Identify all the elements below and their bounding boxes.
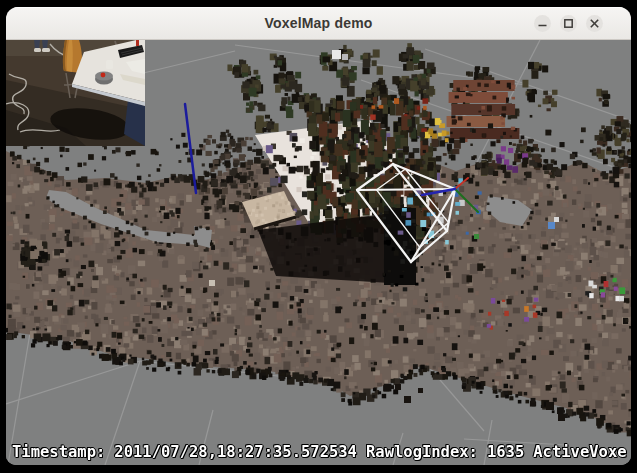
app-window: VoxelMap demo bbox=[6, 7, 631, 465]
active-voxels-label: ActiveVoxe bbox=[533, 443, 626, 461]
titlebar[interactable]: VoxelMap demo bbox=[6, 7, 631, 40]
inset-red-marker bbox=[136, 40, 139, 46]
window-title: VoxelMap demo bbox=[264, 15, 372, 31]
inset-person-leg bbox=[42, 40, 48, 49]
maximize-icon bbox=[563, 18, 574, 29]
maximize-button[interactable] bbox=[560, 15, 577, 32]
inset-person-leg bbox=[34, 40, 40, 49]
status-bar: Timestamp:2011/07/28,18:27:35.572534Rawl… bbox=[12, 443, 631, 461]
timestamp-label: Timestamp: bbox=[12, 443, 105, 461]
close-icon bbox=[589, 18, 600, 29]
viewport-3d: Timestamp:2011/07/28,18:27:35.572534Rawl… bbox=[6, 40, 631, 465]
minimize-icon bbox=[537, 18, 548, 29]
inset-shoe bbox=[34, 48, 41, 52]
inset-shoe bbox=[42, 48, 50, 52]
rawlog-index-label: RawlogIndex: bbox=[366, 443, 478, 461]
rawlog-index-value: 1635 bbox=[487, 443, 524, 461]
inset-mug bbox=[106, 60, 113, 69]
window-controls bbox=[534, 7, 603, 39]
inset-puck-button bbox=[101, 73, 106, 78]
close-button[interactable] bbox=[586, 15, 603, 32]
minimize-button[interactable] bbox=[534, 15, 551, 32]
timestamp-value: 2011/07/28,18:27:35.572534 bbox=[114, 443, 357, 461]
camera-feed-inset bbox=[6, 40, 145, 146]
